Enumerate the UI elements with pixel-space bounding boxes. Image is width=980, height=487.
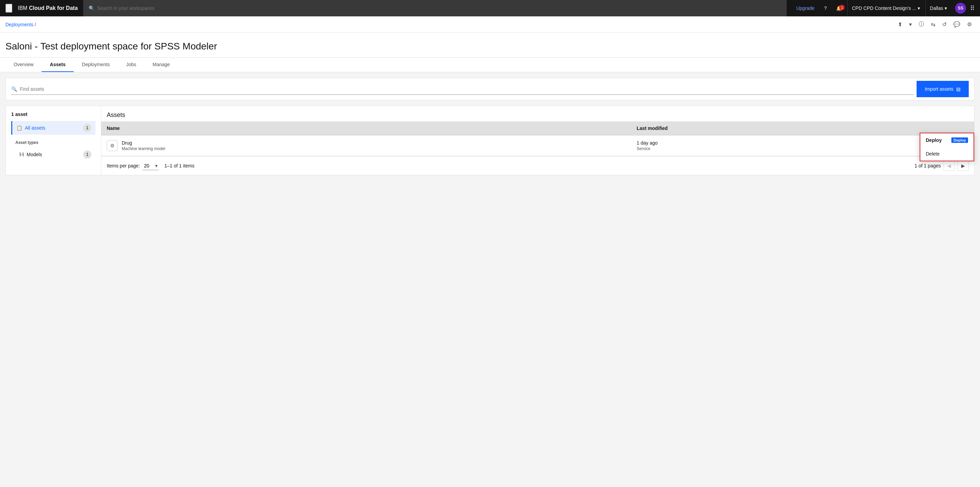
items-per-page-select[interactable]: 20 50 100 <box>143 162 159 170</box>
all-assets-count: 1 <box>83 124 91 132</box>
find-assets-search[interactable]: 🔍 <box>11 84 914 95</box>
notifications[interactable]: 🔔 1 <box>832 3 846 14</box>
model-icon: ⚙ <box>107 140 118 151</box>
deploy-badge: Deploy <box>951 137 968 143</box>
tab-manage[interactable]: Manage <box>145 57 178 72</box>
next-page-button[interactable]: ▶ <box>958 161 969 171</box>
breadcrumb-deployments[interactable]: Deployments <box>5 22 33 27</box>
tab-assets[interactable]: Assets <box>41 57 74 72</box>
asset-types-heading: Asset types <box>11 140 95 145</box>
search-input[interactable] <box>97 5 781 11</box>
asset-count: 1 asset <box>11 111 95 117</box>
region-selector[interactable]: Dallas ▾ <box>926 0 951 16</box>
top-nav: ☰ IBM Cloud Pak for Data 🔍 Upgrade ? 🔔 1… <box>0 0 980 16</box>
menu-icon[interactable]: ☰ <box>5 4 12 13</box>
export-icon[interactable]: ⬆ <box>895 18 905 30</box>
assets-header: Assets <box>101 106 974 121</box>
page-title: Saloni - Test deployment space for SPSS … <box>5 41 975 52</box>
chevron-down-icon: ▾ <box>918 5 920 11</box>
share-icon[interactable]: ⇆ <box>928 18 938 30</box>
col-last-modified: Last modified <box>631 121 952 135</box>
workspace-selector[interactable]: CPD CPD Content Design's ... ▾ <box>847 0 924 16</box>
comment-icon[interactable]: 💬 <box>951 18 963 30</box>
subnav-actions: ⬆ ▾ ⓘ ⇆ ↺ 💬 ⚙ <box>895 18 975 31</box>
history-icon[interactable]: ↺ <box>939 18 949 30</box>
page-info: 1 of 1 pages ◀ ▶ <box>915 161 969 171</box>
table-row: ⚙ Drug Machine learning model 1 day ago … <box>101 135 974 156</box>
all-assets-icon: 📋 <box>16 125 22 131</box>
assets-table-area: Assets Name Last modified ⚙ <box>101 106 974 175</box>
tab-deployments[interactable]: Deployments <box>74 57 118 72</box>
context-menu-deploy[interactable]: Deploy Deploy <box>920 133 974 147</box>
asset-actions-cell: ⋮ Deploy Deploy Delete <box>952 135 974 156</box>
content-area: 🔍 Import assets ▤ 1 asset 📋 All assets 1… <box>0 72 980 487</box>
models-label: Models <box>27 152 42 157</box>
tab-jobs[interactable]: Jobs <box>118 57 145 72</box>
import-assets-button[interactable]: Import assets ▤ <box>916 81 969 97</box>
asset-modified-cell: 1 day ago Service <box>631 135 952 156</box>
context-menu-delete[interactable]: Delete <box>920 147 974 161</box>
asset-name: Drug <box>122 140 165 146</box>
secondary-nav: Deployments / ⬆ ▾ ⓘ ⇆ ↺ 💬 ⚙ <box>0 16 980 33</box>
asset-type: Machine learning model <box>122 146 165 151</box>
col-name: Name <box>101 121 631 135</box>
settings-icon[interactable]: ⚙ <box>964 18 975 30</box>
prev-page-button[interactable]: ◀ <box>943 161 955 171</box>
breadcrumb: Deployments / <box>5 22 36 27</box>
models-icon: Ⲙ <box>19 151 24 158</box>
sidebar-all-assets[interactable]: 📋 All assets 1 <box>11 121 95 135</box>
assets-section-title: Assets <box>107 111 125 119</box>
models-count: 1 <box>83 150 91 159</box>
chevron-down-icon: ▾ <box>945 5 947 11</box>
assets-table: Name Last modified ⚙ Drug Machine lear <box>101 121 974 156</box>
toolbar: 🔍 Import assets ▤ <box>5 78 975 100</box>
sidebar-type-models[interactable]: Ⲙ Models 1 <box>11 148 95 161</box>
table-footer: Items per page: 20 50 100 1–1 of 1 items… <box>101 156 974 175</box>
upgrade-button[interactable]: Upgrade <box>792 3 819 14</box>
items-per-page: Items per page: 20 50 100 <box>107 162 159 170</box>
import-icon: ▤ <box>956 86 961 92</box>
page-label: 1 of 1 pages <box>915 163 941 169</box>
tabs: Overview Assets Deployments Jobs Manage <box>0 57 980 72</box>
asset-name-cell: ⚙ Drug Machine learning model <box>101 135 631 156</box>
context-menu: Deploy Deploy Delete <box>920 133 974 161</box>
global-search[interactable]: 🔍 <box>83 0 787 16</box>
page-title-bar: Saloni - Test deployment space for SPSS … <box>0 33 980 57</box>
app-logo: IBM Cloud Pak for Data <box>18 5 78 11</box>
chevron-down-icon[interactable]: ▾ <box>906 18 915 30</box>
items-range-label: 1–1 of 1 items <box>164 163 194 169</box>
table-header-row: Name Last modified <box>101 121 974 135</box>
search-icon: 🔍 <box>11 86 17 92</box>
breadcrumb-separator: / <box>35 22 36 27</box>
notification-badge: 1 <box>839 5 845 10</box>
grid-icon[interactable]: ⠿ <box>970 5 975 12</box>
top-nav-actions: Upgrade ? 🔔 1 CPD CPD Content Design's .… <box>792 0 975 16</box>
search-icon: 🔍 <box>89 5 94 11</box>
items-per-page-label: Items per page: <box>107 163 140 169</box>
find-assets-input[interactable] <box>20 86 914 92</box>
avatar[interactable]: SS <box>955 3 966 14</box>
all-assets-label: All assets <box>25 125 45 131</box>
notification-bell[interactable]: 🔔 1 <box>832 3 846 14</box>
deploy-label: Deploy <box>926 137 942 143</box>
last-modified-sub: Service <box>636 146 946 151</box>
info-icon[interactable]: ⓘ <box>916 18 927 31</box>
last-modified: 1 day ago <box>636 140 946 146</box>
assets-sidebar: 1 asset 📋 All assets 1 Asset types Ⲙ Mod… <box>6 106 101 175</box>
tab-overview[interactable]: Overview <box>5 57 41 72</box>
main-panel: 1 asset 📋 All assets 1 Asset types Ⲙ Mod… <box>5 106 975 175</box>
delete-label: Delete <box>926 151 939 156</box>
help-icon[interactable]: ? <box>820 3 831 14</box>
